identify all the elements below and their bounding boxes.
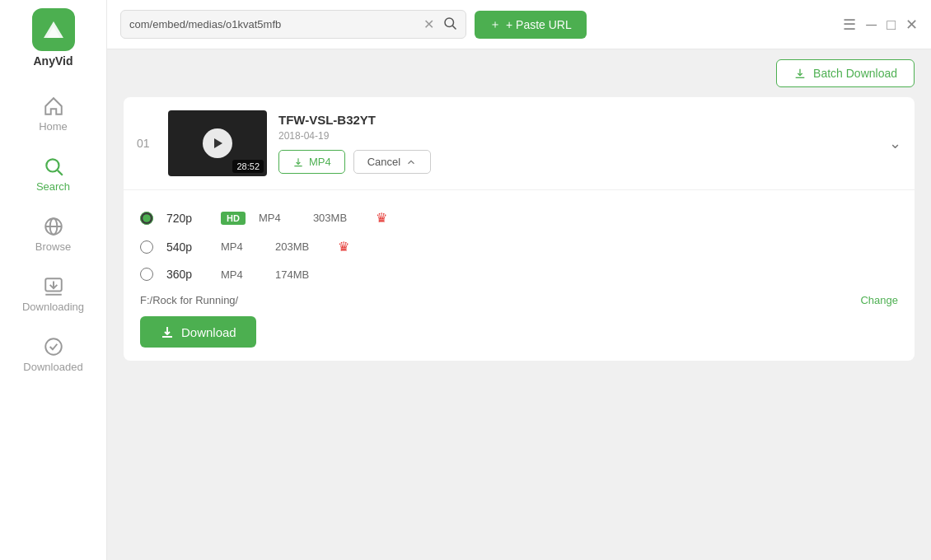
video-thumbnail[interactable]: 28:52 (168, 110, 267, 176)
sidebar-item-search[interactable]: Search (0, 144, 106, 204)
paste-url-label: + Paste URL (506, 18, 572, 31)
video-card: 01 28:52 TFW-VSL-B32YT 2018-04-19 (124, 97, 915, 361)
format-360p: MP4 (221, 268, 262, 281)
size-360p: 174MB (275, 268, 325, 281)
svg-line-1 (57, 170, 62, 175)
svg-point-9 (445, 18, 454, 27)
mp4-button[interactable]: MP4 (278, 150, 345, 174)
hd-badge: HD (221, 212, 246, 225)
batch-download-button[interactable]: Batch Download (776, 59, 915, 87)
sidebar-item-downloaded-label: Downloaded (23, 361, 82, 373)
sidebar: AnyVid Home Search Browse Downloading (0, 0, 107, 560)
quality-section: 720p HD MP4 303MB ♛ 540p MP4 203MB ♛ (124, 190, 915, 361)
url-input-wrap: com/embed/medias/o1kvat5mfb ✕ (120, 10, 466, 39)
sidebar-item-downloading[interactable]: Downloading (0, 264, 106, 324)
paste-icon: ＋ (489, 17, 501, 32)
minimize-button[interactable]: ─ (866, 17, 877, 32)
save-path-row: F:/Rock for Running/ Change (140, 287, 898, 316)
duration-badge: 28:52 (232, 160, 264, 173)
svg-line-10 (452, 26, 456, 29)
size-720p: 303MB (313, 212, 363, 224)
app-name: AnyVid (34, 54, 73, 68)
maximize-button[interactable]: □ (887, 17, 896, 32)
menu-button[interactable]: ☰ (843, 17, 856, 32)
download-button[interactable]: Download (140, 316, 256, 348)
sidebar-item-search-label: Search (36, 180, 70, 193)
url-display: com/embed/medias/o1kvat5mfb (129, 18, 415, 30)
logo-area: AnyVid (32, 8, 75, 68)
quality-row-720p: 720p HD MP4 303MB ♛ (140, 203, 898, 232)
window-controls: ☰ ─ □ ✕ (843, 17, 918, 32)
cancel-label: Cancel (367, 156, 400, 168)
play-button[interactable] (203, 128, 232, 158)
batch-download-label: Batch Download (813, 67, 897, 80)
video-date: 2018-04-19 (278, 130, 877, 142)
quality-label-720p[interactable]: 720p (166, 212, 208, 225)
size-540p: 203MB (275, 240, 325, 253)
chevron-up-icon (405, 156, 417, 168)
video-info: TFW-VSL-B32YT 2018-04-19 MP4 Ca (278, 113, 877, 174)
save-path: F:/Rock for Running/ (140, 294, 238, 306)
premium-icon-720p: ♛ (376, 210, 387, 226)
cancel-button[interactable]: Cancel (353, 150, 431, 174)
video-actions: MP4 Cancel (278, 150, 877, 174)
track-number: 01 (137, 137, 157, 150)
batch-download-icon (793, 67, 807, 80)
quality-radio-360p[interactable] (140, 268, 153, 281)
browse-icon (43, 216, 64, 237)
main-content: com/embed/medias/o1kvat5mfb ✕ ＋ + Paste … (107, 0, 931, 560)
video-title: TFW-VSL-B32YT (278, 113, 877, 127)
premium-icon-540p: ♛ (338, 239, 349, 254)
quality-radio-720p[interactable] (140, 212, 153, 225)
batch-area: Batch Download (107, 49, 931, 97)
quality-row-360p: 360p MP4 174MB (140, 261, 898, 287)
download-label: Download (181, 325, 236, 339)
expand-icon[interactable]: ⌄ (889, 134, 901, 152)
search-icon (442, 16, 457, 30)
search-nav-icon (43, 156, 64, 177)
quality-row-540p: 540p MP4 203MB ♛ (140, 232, 898, 261)
play-icon (211, 137, 224, 150)
quality-label-540p[interactable]: 540p (166, 240, 208, 254)
change-path-button[interactable]: Change (860, 294, 898, 306)
download-icon (160, 324, 175, 339)
sidebar-item-home-label: Home (39, 120, 68, 133)
sidebar-item-downloaded[interactable]: Downloaded (0, 324, 106, 385)
downloading-icon (43, 276, 64, 297)
sidebar-item-downloading-label: Downloading (22, 301, 84, 313)
paste-url-button[interactable]: ＋ + Paste URL (475, 11, 587, 39)
content-area: 01 28:52 TFW-VSL-B32YT 2018-04-19 (107, 97, 931, 560)
download-small-icon (292, 156, 304, 168)
quality-radio-540p[interactable] (140, 240, 153, 254)
topbar: com/embed/medias/o1kvat5mfb ✕ ＋ + Paste … (107, 0, 931, 49)
url-clear-button[interactable]: ✕ (422, 18, 436, 31)
downloaded-icon (43, 336, 64, 357)
quality-label-360p[interactable]: 360p (166, 268, 208, 281)
sidebar-item-browse-label: Browse (35, 240, 71, 253)
mp4-label: MP4 (309, 156, 331, 168)
svg-point-8 (45, 338, 62, 355)
close-button[interactable]: ✕ (905, 17, 918, 32)
svg-point-0 (46, 159, 58, 171)
format-720p: MP4 (259, 212, 300, 224)
app-logo (32, 8, 75, 51)
home-icon (43, 96, 64, 117)
sidebar-item-browse[interactable]: Browse (0, 204, 106, 264)
url-search-button[interactable] (442, 16, 457, 33)
sidebar-item-home[interactable]: Home (0, 84, 106, 144)
format-540p: MP4 (221, 240, 262, 253)
video-header: 01 28:52 TFW-VSL-B32YT 2018-04-19 (124, 97, 915, 190)
svg-marker-13 (214, 138, 222, 148)
